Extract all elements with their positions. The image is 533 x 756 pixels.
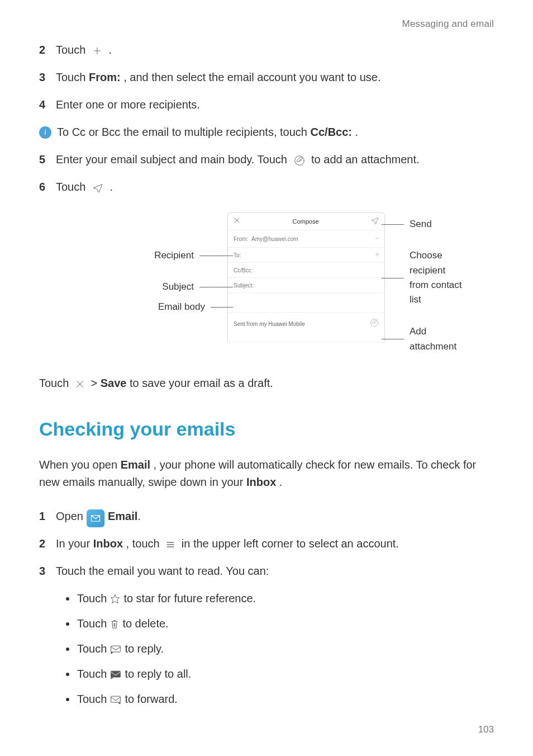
bstep2-before: In your (56, 537, 93, 550)
p1c: . (279, 476, 283, 488)
bstep1-prefix: Open (56, 508, 83, 525)
draft-after: to save your email as a draft. (130, 377, 273, 389)
menu-icon (166, 541, 175, 549)
bstep2-after: in the upper left corner to select an ac… (182, 537, 399, 550)
bstep-1: 1 Open Email . (39, 508, 494, 525)
step3-after: , and then select the email account you … (123, 71, 380, 83)
b4-after: to reply to all. (125, 665, 191, 683)
paperclip-icon[interactable] (370, 318, 379, 330)
bullet-icon (66, 622, 69, 626)
add-recipient-icon[interactable] (374, 251, 380, 260)
step-number: 1 (39, 508, 53, 525)
p1a: When you open (39, 459, 121, 471)
compose-to-row[interactable]: To: (228, 248, 384, 263)
b5-after: to forward. (125, 691, 177, 708)
callout-contacts-label: Choose recipient from contact list (410, 248, 462, 307)
step2-prefix: Touch (56, 44, 89, 56)
callout-send-label: Send (410, 217, 432, 231)
draft-instruction: Touch > Save to save your email as a dra… (39, 375, 494, 392)
b2-before: Touch (77, 615, 107, 632)
bullet-delete: Touch to delete. (64, 615, 494, 632)
draft-mid: > (91, 377, 101, 389)
b5-before: Touch (77, 691, 107, 708)
send-icon[interactable] (371, 216, 379, 227)
bstep1-bold: Email (108, 508, 137, 525)
step3-prefix: Touch (56, 71, 89, 83)
b3-before: Touch (77, 640, 107, 658)
step4-text: Enter one or more recipients. (56, 98, 200, 111)
callout-send: Send (382, 217, 432, 231)
ccbcc-label: Cc/Bcc: (234, 266, 253, 275)
b1-after: to star for future reference. (123, 590, 256, 607)
compose-body-area[interactable] (228, 293, 384, 313)
bullet-icon (66, 597, 69, 601)
header-section: Messaging and email (402, 18, 494, 29)
compose-title: Compose (292, 217, 318, 226)
b2-after: to delete. (122, 615, 168, 632)
plus-icon (92, 46, 102, 56)
bstep2-bold: Inbox (93, 537, 123, 550)
p1-bold1: Email (121, 459, 150, 471)
bullet-icon (66, 673, 69, 676)
compose-diagram: Compose From: Amy@huawei.com To: Cc/Bcc:… (71, 212, 462, 352)
paperclip-icon (294, 155, 305, 166)
step6-after: . (110, 181, 113, 193)
compose-ccbcc-row[interactable]: Cc/Bcc: (228, 263, 384, 278)
info-icon: i (39, 126, 51, 139)
b4-before: Touch (77, 665, 107, 683)
reply-all-icon (110, 670, 121, 679)
info-tip: i To Cc or Bcc the email to multiple rec… (39, 124, 494, 141)
close-icon (75, 380, 84, 389)
callout-contacts: Choose recipient from contact list (382, 248, 462, 307)
step-4: 4 Enter one or more recipients. (39, 96, 494, 114)
to-label: To: (234, 251, 241, 260)
send-icon (92, 183, 103, 192)
callout-recipient-label: Recipient (154, 248, 194, 263)
step-number: 2 (39, 535, 53, 552)
compose-subject-row[interactable]: Subject: (228, 278, 384, 293)
draft-prefix: Touch (39, 377, 72, 389)
from-value: Amy@huawei.com (251, 235, 298, 244)
page-header: Messaging and email (39, 17, 494, 31)
chevron-down-icon[interactable] (374, 235, 380, 244)
callout-body-label: Email body (158, 300, 205, 314)
b3-after: to reply. (125, 640, 164, 658)
bullet-icon (66, 648, 69, 651)
bstep-2: 2 In your Inbox , touch in the upper lef… (39, 535, 494, 552)
bullet-reply: Touch to reply. (64, 640, 494, 658)
step-2: 2 Touch . (39, 41, 494, 59)
step-number: 3 (39, 563, 53, 580)
info-bold: Cc/Bcc: (311, 126, 352, 138)
step-6: 6 Touch . (39, 178, 494, 196)
trash-icon (110, 619, 119, 629)
step-number: 5 (39, 151, 53, 168)
info-after: . (355, 126, 359, 138)
info-prefix: To Cc or Bcc the email to multiple recip… (57, 126, 311, 138)
p1-bold2: Inbox (246, 476, 276, 488)
bstep-3: 3 Touch the email you want to read. You … (39, 563, 494, 580)
forward-icon (110, 695, 121, 704)
step-5: 5 Enter your email subject and main body… (39, 151, 494, 168)
bullet-reply-all: Touch to reply to all. (64, 665, 494, 683)
callout-body: Email body (71, 300, 233, 314)
close-icon[interactable] (234, 217, 240, 226)
callout-subject-label: Subject (162, 280, 194, 294)
callout-attachment: Add attachment (382, 324, 462, 354)
bullet-star: Touch to star for future reference. (64, 590, 494, 607)
email-app-icon (87, 509, 104, 527)
bullet-forward: Touch to forward. (64, 691, 494, 708)
b1-before: Touch (77, 590, 107, 607)
subject-label: Subject: (234, 281, 254, 290)
svg-marker-13 (111, 594, 120, 603)
callout-subject: Subject (71, 280, 233, 294)
bstep2-mid: , touch (126, 537, 163, 550)
step-number: 6 (39, 178, 53, 196)
step2-after: . (109, 44, 112, 56)
compose-from-row[interactable]: From: Amy@huawei.com (228, 230, 384, 248)
compose-signature: Sent from my Huawei Mobile (234, 320, 305, 329)
star-icon (110, 594, 120, 604)
step-number: 2 (39, 41, 53, 59)
page-number: 103 (478, 722, 494, 737)
reply-icon (110, 645, 121, 654)
callout-recipient: Recipient (71, 248, 233, 263)
